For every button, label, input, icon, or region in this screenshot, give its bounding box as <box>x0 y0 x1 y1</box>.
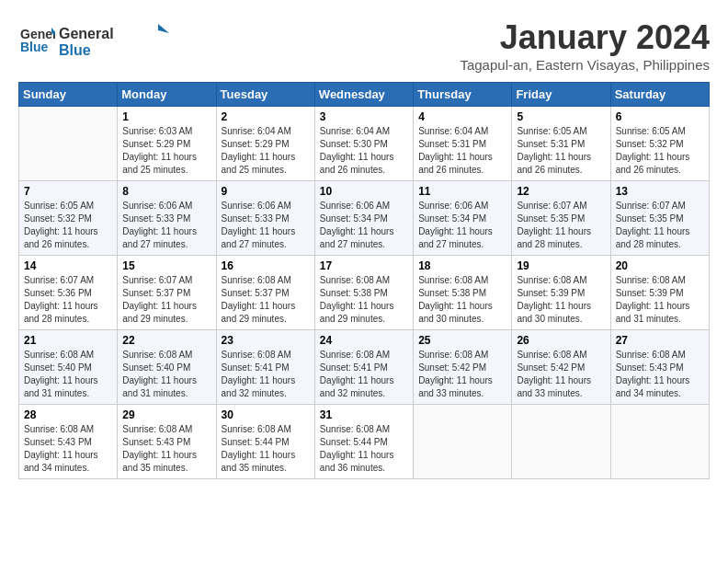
day-number: 3 <box>320 110 408 123</box>
day-info: Sunrise: 6:06 AM Sunset: 5:34 PM Dayligh… <box>418 200 506 251</box>
location-subtitle: Tagapul-an, Eastern Visayas, Philippines <box>460 57 710 73</box>
day-info: Sunrise: 6:08 AM Sunset: 5:41 PM Dayligh… <box>222 349 310 400</box>
calendar-cell: 30Sunrise: 6:08 AM Sunset: 5:44 PM Dayli… <box>216 405 314 479</box>
calendar-cell <box>19 107 118 181</box>
day-info: Sunrise: 6:08 AM Sunset: 5:44 PM Dayligh… <box>222 423 310 475</box>
day-info: Sunrise: 6:05 AM Sunset: 5:32 PM Dayligh… <box>616 125 704 177</box>
calendar-cell: 26Sunrise: 6:08 AM Sunset: 5:42 PM Dayli… <box>512 330 610 405</box>
day-info: Sunrise: 6:07 AM Sunset: 5:37 PM Dayligh… <box>122 274 210 326</box>
calendar-cell: 10Sunrise: 6:06 AM Sunset: 5:34 PM Dayli… <box>314 181 413 256</box>
week-row-4: 21Sunrise: 6:08 AM Sunset: 5:40 PM Dayli… <box>19 330 710 405</box>
day-number: 10 <box>320 185 408 198</box>
day-info: Sunrise: 6:08 AM Sunset: 5:40 PM Dayligh… <box>122 349 210 400</box>
day-number: 15 <box>122 259 210 272</box>
calendar-cell: 13Sunrise: 6:07 AM Sunset: 5:35 PM Dayli… <box>610 181 709 256</box>
calendar-cell: 27Sunrise: 6:08 AM Sunset: 5:43 PM Dayli… <box>610 330 709 405</box>
day-number: 25 <box>418 334 506 347</box>
day-header-thursday: Thursday <box>414 83 512 107</box>
calendar-cell: 25Sunrise: 6:08 AM Sunset: 5:42 PM Dayli… <box>414 330 512 405</box>
calendar-cell: 2Sunrise: 6:04 AM Sunset: 5:29 PM Daylig… <box>216 107 314 181</box>
calendar-cell: 17Sunrise: 6:08 AM Sunset: 5:38 PM Dayli… <box>314 256 413 330</box>
day-number: 31 <box>320 408 408 421</box>
day-number: 7 <box>24 185 112 198</box>
day-number: 26 <box>517 334 605 347</box>
day-info: Sunrise: 6:08 AM Sunset: 5:38 PM Dayligh… <box>320 274 408 326</box>
day-info: Sunrise: 6:08 AM Sunset: 5:37 PM Dayligh… <box>222 274 310 326</box>
page-header: General Blue General Blue January 2024 T… <box>18 18 710 73</box>
calendar-cell: 21Sunrise: 6:08 AM Sunset: 5:40 PM Dayli… <box>19 330 118 405</box>
day-info: Sunrise: 6:08 AM Sunset: 5:39 PM Dayligh… <box>616 274 704 326</box>
day-number: 18 <box>418 259 506 272</box>
calendar-cell: 29Sunrise: 6:08 AM Sunset: 5:43 PM Dayli… <box>118 405 216 479</box>
day-info: Sunrise: 6:08 AM Sunset: 5:43 PM Dayligh… <box>122 423 210 475</box>
day-number: 20 <box>616 259 704 272</box>
day-info: Sunrise: 6:07 AM Sunset: 5:35 PM Dayligh… <box>517 200 605 251</box>
title-section: January 2024 Tagapul-an, Eastern Visayas… <box>460 18 710 73</box>
logo-icon: General Blue <box>18 20 55 57</box>
svg-text:General: General <box>59 26 114 41</box>
day-number: 17 <box>320 259 408 272</box>
day-info: Sunrise: 6:08 AM Sunset: 5:42 PM Dayligh… <box>517 349 605 400</box>
week-row-5: 28Sunrise: 6:08 AM Sunset: 5:43 PM Dayli… <box>19 405 710 479</box>
day-info: Sunrise: 6:08 AM Sunset: 5:44 PM Dayligh… <box>320 423 408 475</box>
day-info: Sunrise: 6:04 AM Sunset: 5:31 PM Dayligh… <box>418 125 506 177</box>
calendar-cell: 14Sunrise: 6:07 AM Sunset: 5:36 PM Dayli… <box>19 256 118 330</box>
day-number: 1 <box>122 110 210 123</box>
day-info: Sunrise: 6:05 AM Sunset: 5:32 PM Dayligh… <box>24 200 112 251</box>
day-header-sunday: Sunday <box>19 83 118 107</box>
calendar-cell: 6Sunrise: 6:05 AM Sunset: 5:32 PM Daylig… <box>610 107 709 181</box>
calendar-cell: 4Sunrise: 6:04 AM Sunset: 5:31 PM Daylig… <box>414 107 512 181</box>
calendar-cell: 15Sunrise: 6:07 AM Sunset: 5:37 PM Dayli… <box>118 256 216 330</box>
day-header-wednesday: Wednesday <box>314 83 413 107</box>
day-number: 27 <box>616 334 704 347</box>
calendar-cell: 5Sunrise: 6:05 AM Sunset: 5:31 PM Daylig… <box>512 107 610 181</box>
day-info: Sunrise: 6:06 AM Sunset: 5:33 PM Dayligh… <box>122 200 210 251</box>
day-number: 12 <box>517 185 605 198</box>
calendar-cell: 12Sunrise: 6:07 AM Sunset: 5:35 PM Dayli… <box>512 181 610 256</box>
calendar-cell: 23Sunrise: 6:08 AM Sunset: 5:41 PM Dayli… <box>216 330 314 405</box>
calendar-cell: 16Sunrise: 6:08 AM Sunset: 5:37 PM Dayli… <box>216 256 314 330</box>
calendar-table: SundayMondayTuesdayWednesdayThursdayFrid… <box>18 82 710 479</box>
calendar-cell: 3Sunrise: 6:04 AM Sunset: 5:30 PM Daylig… <box>314 107 413 181</box>
day-number: 6 <box>616 110 704 123</box>
week-row-2: 7Sunrise: 6:05 AM Sunset: 5:32 PM Daylig… <box>19 181 710 256</box>
day-number: 5 <box>517 110 605 123</box>
calendar-cell: 24Sunrise: 6:08 AM Sunset: 5:41 PM Dayli… <box>314 330 413 405</box>
day-info: Sunrise: 6:08 AM Sunset: 5:42 PM Dayligh… <box>418 349 506 400</box>
calendar-cell: 31Sunrise: 6:08 AM Sunset: 5:44 PM Dayli… <box>314 405 413 479</box>
day-info: Sunrise: 6:08 AM Sunset: 5:38 PM Dayligh… <box>418 274 506 326</box>
svg-marker-4 <box>158 24 169 33</box>
day-number: 2 <box>222 110 310 123</box>
day-number: 24 <box>320 334 408 347</box>
day-number: 11 <box>418 185 506 198</box>
calendar-cell: 18Sunrise: 6:08 AM Sunset: 5:38 PM Dayli… <box>414 256 512 330</box>
day-number: 22 <box>122 334 210 347</box>
day-number: 21 <box>24 334 112 347</box>
day-info: Sunrise: 6:07 AM Sunset: 5:36 PM Dayligh… <box>24 274 112 326</box>
day-info: Sunrise: 6:08 AM Sunset: 5:41 PM Dayligh… <box>320 349 408 400</box>
day-number: 14 <box>24 259 112 272</box>
header-row: SundayMondayTuesdayWednesdayThursdayFrid… <box>19 83 710 107</box>
calendar-cell <box>414 405 512 479</box>
day-number: 8 <box>122 185 210 198</box>
day-number: 4 <box>418 110 506 123</box>
calendar-cell: 7Sunrise: 6:05 AM Sunset: 5:32 PM Daylig… <box>19 181 118 256</box>
day-number: 13 <box>616 185 704 198</box>
day-info: Sunrise: 6:04 AM Sunset: 5:30 PM Dayligh… <box>320 125 408 177</box>
day-info: Sunrise: 6:08 AM Sunset: 5:39 PM Dayligh… <box>517 274 605 326</box>
week-row-3: 14Sunrise: 6:07 AM Sunset: 5:36 PM Dayli… <box>19 256 710 330</box>
calendar-cell: 20Sunrise: 6:08 AM Sunset: 5:39 PM Dayli… <box>610 256 709 330</box>
day-header-tuesday: Tuesday <box>216 83 314 107</box>
day-number: 28 <box>24 408 112 421</box>
day-info: Sunrise: 6:06 AM Sunset: 5:34 PM Dayligh… <box>320 200 408 251</box>
day-number: 19 <box>517 259 605 272</box>
logo: General Blue General Blue <box>18 18 169 59</box>
day-info: Sunrise: 6:08 AM Sunset: 5:40 PM Dayligh… <box>24 349 112 400</box>
day-header-monday: Monday <box>118 83 216 107</box>
calendar-cell: 22Sunrise: 6:08 AM Sunset: 5:40 PM Dayli… <box>118 330 216 405</box>
calendar-cell: 1Sunrise: 6:03 AM Sunset: 5:29 PM Daylig… <box>118 107 216 181</box>
calendar-cell: 11Sunrise: 6:06 AM Sunset: 5:34 PM Dayli… <box>414 181 512 256</box>
day-info: Sunrise: 6:04 AM Sunset: 5:29 PM Dayligh… <box>222 125 310 177</box>
logo-full: General Blue <box>59 22 169 59</box>
svg-text:Blue: Blue <box>20 40 49 54</box>
